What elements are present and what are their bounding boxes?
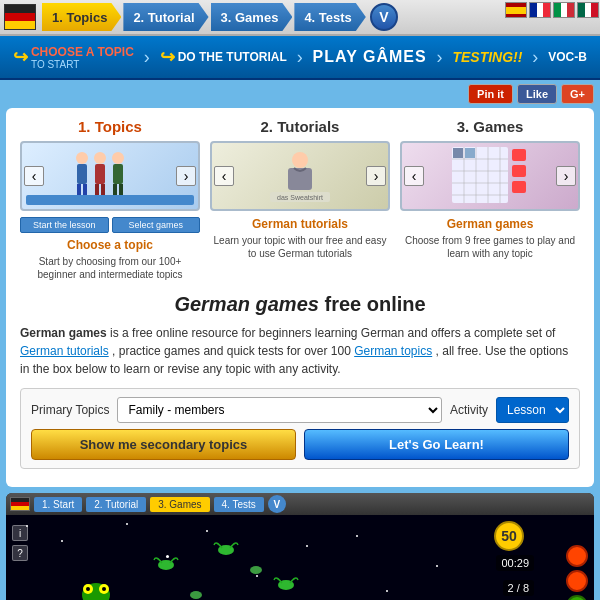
side-button-1[interactable] — [566, 545, 588, 567]
star-5 — [206, 530, 208, 532]
primary-topics-select[interactable]: Family - members — [117, 397, 442, 423]
side-buttons — [566, 545, 588, 600]
topics-column-header: 1. Topics — [78, 118, 142, 135]
nav-tab-topics-label: 1. Topics — [52, 10, 107, 25]
topics-col-desc: Start by choosing from our 100+ beginner… — [20, 255, 200, 281]
games-col-title: German games — [447, 217, 534, 231]
tutorials-column-header: 2. Tutorials — [261, 118, 340, 135]
nav-tab-tutorial[interactable]: 2. Tutorial — [123, 3, 208, 31]
tutorials-prev-button[interactable]: ‹ — [214, 166, 234, 186]
svg-rect-25 — [512, 149, 526, 161]
left-button-2[interactable]: ? — [12, 545, 28, 561]
main-heading: German games free online — [20, 293, 580, 316]
left-button-1[interactable]: i — [12, 525, 28, 541]
german-topics-link[interactable]: German topics — [354, 344, 432, 358]
step-5-item: VOC-b — [548, 50, 587, 64]
star-10 — [436, 565, 438, 567]
step-2-item: ↪ do the tutorial — [160, 46, 287, 68]
main-description: German games is a free online resource f… — [20, 324, 580, 378]
german-flag-icon[interactable] — [4, 4, 36, 30]
step-3-label: PLAY GÂMES — [313, 48, 427, 66]
star-3 — [126, 523, 128, 525]
games-col-desc: Choose from 9 free games to play and lea… — [400, 234, 580, 260]
activity-select[interactable]: Lesson — [496, 397, 569, 423]
step-divider-4: › — [532, 47, 538, 68]
nav-tab-topics[interactable]: 1. Topics — [42, 3, 121, 31]
french-flag-icon[interactable] — [529, 2, 551, 18]
svg-rect-1 — [77, 164, 87, 184]
svg-rect-27 — [512, 181, 526, 193]
three-columns: 1. Topics — [20, 118, 580, 281]
german-tutorials-link[interactable]: German tutorials — [20, 344, 109, 358]
svg-point-0 — [76, 152, 88, 164]
topics-screenshot: ‹ › — [20, 141, 200, 211]
topics-next-button[interactable]: › — [176, 166, 196, 186]
google-plus-button[interactable]: G+ — [561, 84, 594, 104]
top-navigation: 1. Topics 2. Tutorial 3. Games 4. Tests … — [0, 0, 600, 36]
step-1-label: CHOOSE A topic — [31, 45, 134, 59]
game-mini-tab-games[interactable]: 3. Games — [150, 497, 209, 512]
tutorials-col-title: German tutorials — [252, 217, 348, 231]
games-next-button[interactable]: › — [556, 166, 576, 186]
topics-prev-button[interactable]: ‹ — [24, 166, 44, 186]
svg-point-34 — [86, 587, 90, 591]
italian-flag-icon[interactable] — [553, 2, 575, 18]
nav-tab-tests-label: 4. Tests — [304, 10, 351, 25]
game-preview: 1. Start 2. Tutorial 3. Games 4. Tests V — [6, 493, 594, 600]
nav-tab-tests[interactable]: 4. Tests — [294, 3, 365, 31]
language-flags — [504, 0, 600, 36]
svg-point-39 — [190, 591, 202, 599]
games-column-header: 3. Games — [457, 118, 524, 135]
timer-display: 00:29 — [496, 555, 534, 571]
side-button-3[interactable] — [566, 595, 588, 600]
nav-tab-games-label: 3. Games — [221, 10, 279, 25]
step-divider-1: › — [144, 47, 150, 68]
german-games-strong: German games — [20, 326, 107, 340]
step-2-arrow-icon: ↪ — [160, 46, 175, 68]
tutorials-next-button[interactable]: › — [366, 166, 386, 186]
mexican-flag-icon[interactable] — [577, 2, 599, 18]
game-mini-tab-start[interactable]: 1. Start — [34, 497, 82, 512]
nav-tab-tutorial-label: 2. Tutorial — [133, 10, 194, 25]
flying-bugs — [146, 535, 346, 600]
topics-col-title: Choose a topic — [67, 238, 153, 252]
svg-point-40 — [250, 566, 262, 574]
svg-point-12 — [292, 152, 308, 168]
go-learn-button[interactable]: Let's Go Learn! — [304, 429, 569, 460]
primary-topics-label: Primary Topics — [31, 403, 109, 417]
step-3-item: PLAY GÂMES — [313, 48, 427, 66]
step-1-sublabel: to START — [31, 59, 134, 70]
game-mini-vocab-button[interactable]: V — [268, 495, 286, 513]
step-1-arrow-icon: ↪ — [13, 46, 28, 68]
tutorials-screenshot-art: das Sweatshirt — [260, 146, 340, 206]
games-prev-button[interactable]: ‹ — [404, 166, 424, 186]
game-mini-flag-icon — [10, 497, 30, 511]
svg-rect-26 — [512, 165, 526, 177]
select-games-button[interactable]: Select games — [112, 217, 201, 233]
game-mini-tab-tests[interactable]: 4. Tests — [214, 497, 264, 512]
nav-tab-games[interactable]: 3. Games — [211, 3, 293, 31]
game-mini-navigation: 1. Start 2. Tutorial 3. Games 4. Tests V — [6, 493, 594, 515]
step-divider-3: › — [437, 47, 443, 68]
desc-text-1: is a free online resource for beginners … — [110, 326, 555, 340]
counter-display: 2 / 8 — [503, 580, 534, 596]
games-screenshot: ‹ › — [400, 141, 580, 211]
vocab-button[interactable]: V — [370, 3, 398, 31]
step-divider-2: › — [297, 47, 303, 68]
facebook-like-button[interactable]: Like — [517, 84, 557, 104]
side-button-2[interactable] — [566, 570, 588, 592]
start-lesson-button[interactable]: Start the lesson — [20, 217, 109, 233]
step-1-item: ↪ CHOOSE A topic to START — [13, 45, 134, 70]
tutorials-screenshot: das Sweatshirt ‹ › — [210, 141, 390, 211]
svg-rect-29 — [465, 148, 475, 158]
pinterest-button[interactable]: Pin it — [468, 84, 513, 104]
desc-text-2: , practice games and quick tests for ove… — [112, 344, 354, 358]
star-9 — [386, 590, 388, 592]
game-mini-tab-tutorial[interactable]: 2. Tutorial — [86, 497, 146, 512]
star-8 — [356, 535, 358, 537]
svg-text:das Sweatshirt: das Sweatshirt — [277, 194, 323, 201]
secondary-topics-button[interactable]: Show me secondary topics — [31, 429, 296, 460]
svg-rect-9 — [113, 164, 123, 184]
main-heading-highlight: German games — [174, 293, 319, 315]
spanish-flag-icon[interactable] — [505, 2, 527, 18]
